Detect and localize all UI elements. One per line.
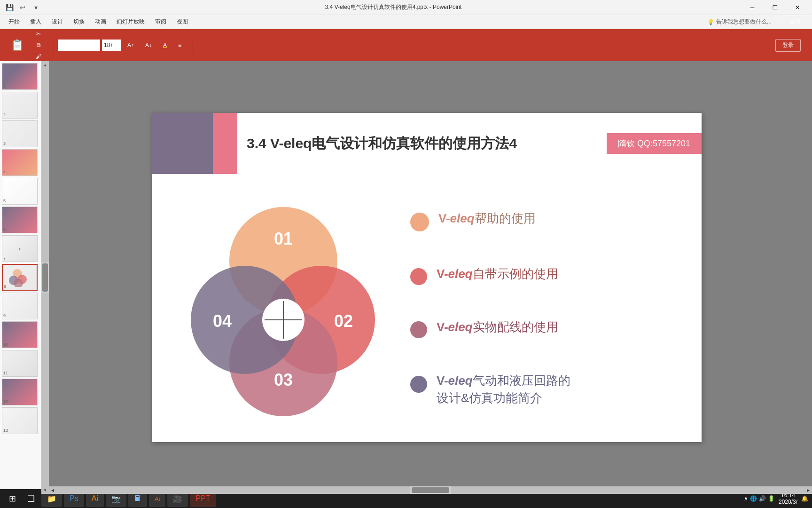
svg-text:04: 04 <box>213 311 232 331</box>
format-painter-btn[interactable]: 🖌 <box>31 51 46 62</box>
watermark-badge: 隋钦 QQ:57557201 <box>607 133 702 154</box>
tab-insert[interactable]: 插入 <box>25 16 46 28</box>
content-suffix-1: 帮助的使用 <box>475 211 536 225</box>
content-text-2: V-eleq自带示例的使用 <box>437 265 558 282</box>
font-size-inc-btn[interactable]: A↑ <box>123 40 139 50</box>
sys-tray: ∧ 🌐 🔊 🔋 <box>744 495 775 502</box>
close-btn[interactable]: ✕ <box>787 0 808 15</box>
veleq-label-1: V-eleq <box>438 211 475 225</box>
ribbon-tabs: 开始 插入 设计 切换 动画 幻灯片放映 审阅 视图 💡 告诉我您想要做什么..… <box>0 15 812 29</box>
slide-canvas: 3.4 V-eleq电气设计和仿真软件的使用方法4 隋钦 QQ:57557201 <box>152 113 702 442</box>
tab-slideshow[interactable]: 幻灯片放映 <box>112 16 149 28</box>
slide-thumb-7[interactable]: ▶ 7 <box>2 235 38 262</box>
tab-review[interactable]: 审阅 <box>150 16 171 28</box>
dot-1 <box>410 213 429 231</box>
slide-thumb-2[interactable]: 2 <box>2 92 38 119</box>
clock[interactable]: 16:14 2020/3/ <box>779 492 797 505</box>
scroll-left-btn[interactable]: ◀ <box>49 486 56 494</box>
content-suffix-3: 实物配线的使用 <box>473 320 558 334</box>
paste-btn[interactable]: 📋 <box>6 37 29 54</box>
horizontal-scrollbar[interactable]: ◀ ▶ <box>49 486 812 494</box>
font-color-btn[interactable]: A <box>158 40 172 50</box>
content-suffix-2: 自带示例的使用 <box>473 267 558 281</box>
undo-btn[interactable]: ↩ <box>17 2 28 13</box>
svg-text:03: 03 <box>274 370 293 389</box>
tray-arrow[interactable]: ∧ <box>744 495 748 502</box>
slide-thumb-12[interactable]: 12 <box>2 379 38 405</box>
content-text-4: V-eleq气动和液压回路的设计&仿真功能简介 <box>437 372 570 406</box>
start-btn[interactable]: ⊞ <box>4 490 21 507</box>
quick-access-toolbar: 💾 ↩ ▾ <box>4 2 41 13</box>
scroll-right-btn[interactable]: ▶ <box>804 486 812 494</box>
slide-thumb-11[interactable]: 11 <box>2 350 38 377</box>
canvas-area: ▲ ▼ 3.4 V-eleq电气设计和仿真软件的使用方法4 隋钦 QQ:5755… <box>41 61 812 494</box>
slide-thumb-8[interactable]: 8 <box>2 264 38 291</box>
content-item-2: V-eleq自带示例的使用 <box>410 265 669 285</box>
font-size-input[interactable] <box>102 40 121 51</box>
date-display: 2020/3/ <box>779 499 797 505</box>
slide-header: 3.4 V-eleq电气设计和仿真软件的使用方法4 隋钦 QQ:57557201 <box>152 113 702 174</box>
slide-thumb-4[interactable]: 4 <box>2 149 38 176</box>
window-controls: ─ ❐ ✕ <box>742 0 808 15</box>
content-item-3: V-eleq实物配线的使用 <box>410 318 669 338</box>
slide-body: 01 02 03 04 V-eleq帮助的使 <box>152 174 702 442</box>
tab-start[interactable]: 开始 <box>4 16 24 28</box>
scroll-down-btn[interactable]: ▼ <box>41 486 49 494</box>
veleq-label-4: V-eleq <box>437 373 473 388</box>
separator1 <box>52 36 52 55</box>
slide-thumb-3[interactable]: 3 <box>2 120 38 147</box>
veleq-label-3: V-eleq <box>437 320 473 334</box>
window-title: 3.4 V-eleq电气设计仿真软件的使用4.pptx - PowerPoint <box>45 3 742 11</box>
cut-btn[interactable]: ✂ <box>31 29 46 39</box>
volume-icon[interactable]: 🔊 <box>759 495 766 502</box>
svg-text:01: 01 <box>274 229 293 248</box>
main-toolbar: 📋 ✂ ⧉ 🖌 A↑ A↓ A ≡ 登录 <box>0 29 812 61</box>
content-item-1: V-eleq帮助的使用 <box>410 210 669 231</box>
restore-btn[interactable]: ❐ <box>764 0 786 15</box>
slide-thumb-9[interactable]: 9 <box>2 293 38 319</box>
task-view-btn[interactable]: ❑ <box>23 490 39 507</box>
char-spacing-btn[interactable]: ≡ <box>173 40 186 50</box>
slide-thumb-1[interactable]: 1 <box>2 63 38 90</box>
svg-text:02: 02 <box>334 311 353 331</box>
title-bar-left: 💾 ↩ ▾ <box>4 2 45 13</box>
clipboard-section: 📋 ✂ ⧉ 🖌 <box>6 29 46 62</box>
slides-panel: 1 2 3 4 5 6 ▶ 7 <box>0 61 41 494</box>
vertical-scrollbar[interactable]: ▲ ▼ <box>41 61 49 494</box>
tab-animation[interactable]: 动画 <box>90 16 111 28</box>
notification-btn[interactable]: 🔔 <box>801 495 808 502</box>
help-search[interactable]: 💡 告诉我您想要做什么... <box>707 18 772 26</box>
scroll-up-btn[interactable]: ▲ <box>41 61 49 69</box>
slide-thumb-13[interactable]: 13 <box>2 407 38 434</box>
header-pink-block <box>213 113 237 174</box>
content-item-4: V-eleq气动和液压回路的设计&仿真功能简介 <box>410 372 669 406</box>
slide-thumb-10[interactable]: 10 <box>2 321 38 348</box>
dot-4 <box>410 376 427 393</box>
customize-btn[interactable]: ▾ <box>30 2 41 13</box>
login-button[interactable]: 登录 <box>783 16 808 28</box>
minimize-btn[interactable]: ─ <box>742 0 763 15</box>
dot-2 <box>410 268 427 285</box>
taskbar-right: ∧ 🌐 🔊 🔋 16:14 2020/3/ 🔔 <box>744 492 808 505</box>
font-size-dec-btn[interactable]: A↓ <box>141 40 156 50</box>
slide-thumb-5[interactable]: 5 <box>2 178 38 205</box>
copy-btn[interactable]: ⧉ <box>31 40 46 50</box>
title-bar: 💾 ↩ ▾ 3.4 V-eleq电气设计仿真软件的使用4.pptx - Powe… <box>0 0 812 15</box>
font-section: A↑ A↓ A ≡ <box>58 40 186 51</box>
slide-title-container: 3.4 V-eleq电气设计和仿真软件的使用方法4 <box>237 134 607 153</box>
dot-3 <box>410 321 427 338</box>
tab-view[interactable]: 视图 <box>172 16 193 28</box>
venn-diagram: 01 02 03 04 <box>175 188 391 423</box>
veleq-label-2: V-eleq <box>437 267 473 281</box>
main-area: 1 2 3 4 5 6 ▶ 7 <box>0 61 812 494</box>
tab-transition[interactable]: 切换 <box>69 16 89 28</box>
network-icon: 🌐 <box>750 495 757 502</box>
slide-thumb-6[interactable]: 6 <box>2 206 38 233</box>
slide-title: 3.4 V-eleq电气设计和仿真软件的使用方法4 <box>247 135 517 151</box>
save-btn[interactable]: 💾 <box>4 2 15 13</box>
tab-design[interactable]: 设计 <box>47 16 68 28</box>
login-ribbon-btn[interactable]: 登录 <box>775 39 801 52</box>
venn-diagram-container: 01 02 03 04 <box>171 183 396 428</box>
font-name-input[interactable] <box>58 40 100 51</box>
content-text-3: V-eleq实物配线的使用 <box>437 318 558 335</box>
